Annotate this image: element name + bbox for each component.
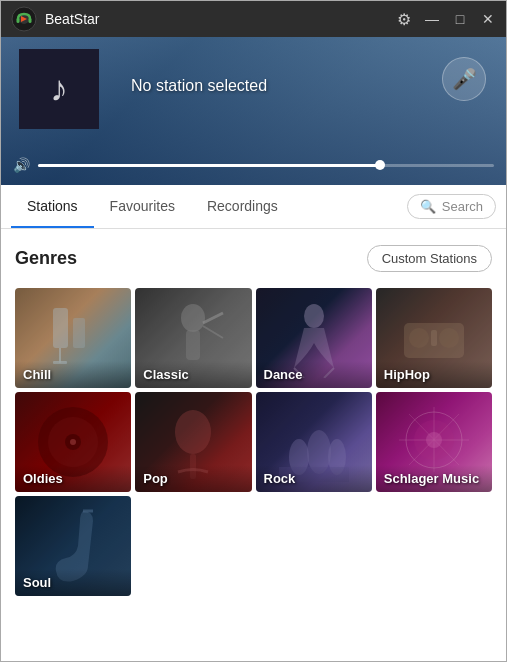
volume-bar: 🔊	[13, 157, 494, 173]
volume-fill	[38, 164, 380, 167]
genre-label-oldies: Oldies	[15, 465, 131, 492]
genre-label-schlager: Schlager Music	[376, 465, 492, 492]
mic-icon: 🎤	[452, 67, 477, 91]
maximize-button[interactable]: □	[452, 11, 468, 27]
search-label: Search	[442, 199, 483, 214]
mic-button[interactable]: 🎤	[442, 57, 486, 101]
minimize-button[interactable]: —	[424, 11, 440, 27]
svg-rect-3	[29, 18, 32, 23]
genre-label-chill: Chill	[15, 361, 131, 388]
genre-label-classic: Classic	[135, 361, 251, 388]
settings-button[interactable]: ⚙	[396, 11, 412, 27]
station-info: No station selected	[131, 77, 267, 95]
player-area: ♪ No station selected 🎤 🔊	[1, 37, 506, 185]
close-button[interactable]: ✕	[480, 11, 496, 27]
genre-tile-schlager[interactable]: Schlager Music	[376, 392, 492, 492]
genre-tile-hiphop[interactable]: HipHop	[376, 288, 492, 388]
tab-favourites[interactable]: Favourites	[94, 186, 191, 228]
content-area: Genres Custom Stations Chill	[1, 229, 506, 662]
volume-icon: 🔊	[13, 157, 30, 173]
tab-stations[interactable]: Stations	[11, 186, 94, 228]
genre-label-hiphop: HipHop	[376, 361, 492, 388]
genre-tile-dance[interactable]: Dance	[256, 288, 372, 388]
genres-title: Genres	[15, 248, 77, 269]
app-logo-icon	[11, 6, 37, 32]
genre-label-rock: Rock	[256, 465, 372, 492]
search-icon: 🔍	[420, 199, 436, 214]
music-note-icon: ♪	[50, 68, 68, 110]
genre-tile-chill[interactable]: Chill	[15, 288, 131, 388]
volume-handle	[375, 160, 385, 170]
tab-recordings[interactable]: Recordings	[191, 186, 294, 228]
content-header: Genres Custom Stations	[15, 245, 492, 272]
genre-tile-classic[interactable]: Classic	[135, 288, 251, 388]
title-bar-left: BeatStar	[11, 6, 99, 32]
title-bar: BeatStar ⚙ — □ ✕	[1, 1, 506, 37]
genre-label-pop: Pop	[135, 465, 251, 492]
app-title: BeatStar	[45, 11, 99, 27]
custom-stations-button[interactable]: Custom Stations	[367, 245, 492, 272]
album-art: ♪	[19, 49, 99, 129]
genre-tile-rock[interactable]: Rock	[256, 392, 372, 492]
volume-track[interactable]	[38, 164, 494, 167]
genre-tile-soul[interactable]: Soul	[15, 496, 131, 596]
svg-rect-2	[17, 18, 20, 23]
genre-tile-pop[interactable]: Pop	[135, 392, 251, 492]
genre-grid: Chill Classic	[15, 288, 492, 596]
genre-label-soul: Soul	[15, 569, 131, 596]
search-box[interactable]: 🔍 Search	[407, 194, 496, 219]
genre-label-dance: Dance	[256, 361, 372, 388]
station-name: No station selected	[131, 77, 267, 94]
title-bar-controls: ⚙ — □ ✕	[396, 11, 496, 27]
genre-tile-oldies[interactable]: Oldies	[15, 392, 131, 492]
tabs-bar: Stations Favourites Recordings 🔍 Search	[1, 185, 506, 229]
